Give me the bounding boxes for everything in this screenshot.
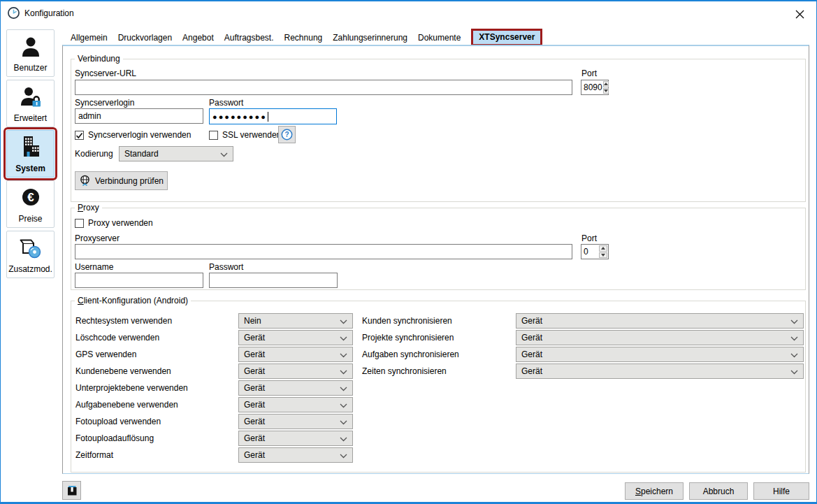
kundenebene-label: Kundenebene verwenden	[75, 366, 171, 376]
svg-text:?: ?	[284, 131, 289, 138]
verbindung-pruefen-button[interactable]: Verbindung prüfen	[75, 171, 168, 190]
proxyserver-label: Proxyserver	[75, 233, 120, 243]
chevron-down-icon	[220, 152, 228, 157]
port-spin-up[interactable]	[603, 81, 609, 87]
aufgabenebene-label: Aufgabenebene verwenden	[75, 400, 178, 410]
chevron-down-icon	[340, 353, 347, 358]
person-icon	[7, 33, 54, 61]
ssl-help-button[interactable]: ?	[278, 126, 296, 143]
tab-rechnung[interactable]: Rechnung	[284, 33, 323, 43]
syncserverlogin-input[interactable]	[75, 108, 203, 124]
tab-druckvorlagen[interactable]: Druckvorlagen	[118, 33, 172, 43]
zeiten-sync-label: Zeiten synchronisieren	[362, 366, 447, 376]
chevron-down-icon	[340, 319, 347, 324]
question-circle-icon: ?	[281, 129, 293, 141]
kunden-sync-select[interactable]: Gerät	[516, 313, 804, 329]
syncserverlogin-verwenden-checkbox[interactable]: Syncserverlogin verwenden	[75, 129, 191, 141]
fotouploadaufloesung-select[interactable]: Gerät	[238, 431, 353, 446]
tab-allgemein[interactable]: Allgemein	[71, 33, 108, 43]
clock-app-icon	[7, 6, 20, 22]
zeitformat-select[interactable]: Gerät	[238, 447, 353, 463]
chevron-down-icon	[340, 403, 347, 408]
sidebar-item-benutzer[interactable]: Benutzer	[6, 29, 55, 77]
abbruch-button[interactable]: Abbruch	[689, 482, 748, 500]
konfiguration-window: Konfiguration Benutzer Erweiter	[0, 0, 817, 504]
sidebar-item-preise[interactable]: € Preise	[6, 180, 55, 228]
window-title: Konfiguration	[24, 8, 74, 18]
euro-circle-icon: €	[7, 184, 54, 212]
tab-dokumente[interactable]: Dokumente	[418, 33, 461, 43]
proxy-group: Proxy Proxy verwenden Proxyserver Port 0…	[71, 208, 806, 290]
building-icon	[7, 134, 54, 161]
chevron-down-icon	[790, 353, 798, 358]
chevron-down-icon	[340, 370, 347, 375]
proxy-port-spinner[interactable]: 0	[581, 244, 609, 259]
syncserver-url-input[interactable]	[75, 80, 572, 95]
close-button[interactable]	[788, 5, 811, 23]
tab-strip: Allgemein Druckvorlagen Angebot Auftrags…	[71, 28, 542, 47]
save-icon-button[interactable]	[62, 481, 81, 500]
speichern-button[interactable]: Speichern	[625, 482, 684, 500]
rechtesystem-select[interactable]: Nein	[238, 313, 353, 329]
tab-xtsyncserver[interactable]: XTSyncserver	[471, 29, 542, 46]
kodierung-select[interactable]: Standard	[119, 146, 233, 161]
proxy-legend: Proxy	[75, 203, 102, 213]
checkbox-checked	[75, 131, 84, 140]
proxy-passwort-input[interactable]	[209, 273, 338, 288]
box-cd-icon	[7, 234, 54, 262]
chevron-down-icon	[340, 454, 347, 459]
loeschcode-label: Löschcode verwenden	[75, 333, 159, 343]
title-bar: Konfiguration	[1, 1, 816, 27]
fotoupload-select[interactable]: Gerät	[238, 414, 353, 429]
chevron-down-icon	[340, 387, 347, 391]
passwort-masked-value: ●●●●●●●●●	[212, 113, 267, 121]
client-konfiguration-legend: Client-Konfiguration (Android)	[75, 296, 191, 305]
chevron-down-icon	[790, 319, 798, 324]
port-spinner[interactable]: 8090	[581, 80, 609, 95]
proxy-port-spin-up[interactable]	[599, 245, 607, 252]
syncserver-url-label: Syncserver-URL	[75, 69, 136, 78]
proxy-passwort-label: Passwort	[209, 262, 243, 272]
port-value: 8090	[581, 80, 602, 94]
sidebar-item-erweitert[interactable]: Erweitert	[6, 80, 55, 127]
unterprojektebene-select[interactable]: Gerät	[238, 380, 353, 396]
hilfe-button[interactable]: Hilfe	[753, 482, 809, 500]
person-lock-icon	[7, 83, 54, 111]
tab-zahlungserinnerung[interactable]: Zahlungserinnerung	[333, 33, 407, 43]
passwort-input[interactable]: ●●●●●●●●●	[209, 108, 337, 124]
proxyserver-input[interactable]	[75, 244, 572, 259]
zeiten-sync-select[interactable]: Gerät	[516, 363, 804, 379]
tab-auftragsbest[interactable]: Auftragsbest.	[224, 33, 274, 43]
proxy-verwenden-checkbox[interactable]: Proxy verwenden	[75, 217, 153, 229]
zeitformat-label: Zeitformat	[75, 450, 113, 460]
proxy-port-label: Port	[581, 233, 597, 243]
client-konfiguration-group: Client-Konfiguration (Android) Rechtesys…	[71, 301, 806, 473]
chevron-down-icon	[340, 420, 347, 425]
passwort-label: Passwort	[209, 98, 243, 108]
sidebar-item-system[interactable]: System	[6, 130, 55, 178]
proxy-port-value: 0	[581, 245, 598, 259]
loeschcode-select[interactable]: Gerät	[238, 330, 353, 345]
kunden-sync-label: Kunden synchronisieren	[362, 316, 452, 326]
text-caret	[268, 112, 269, 122]
aufgabenebene-select[interactable]: Gerät	[238, 397, 353, 412]
gps-select[interactable]: Gerät	[238, 347, 353, 362]
chevron-down-icon	[790, 370, 798, 375]
check-icon	[75, 131, 83, 139]
port-spin-down[interactable]	[603, 88, 609, 94]
fotoupload-label: Fotoupload verwenden	[75, 417, 161, 426]
ssl-verwenden-checkbox[interactable]: SSL verwenden	[209, 129, 281, 141]
chevron-down-icon	[340, 437, 347, 442]
proxy-port-spin-down[interactable]	[599, 252, 607, 259]
projekte-sync-label: Projekte synchronisieren	[362, 333, 454, 343]
kodierung-label: Kodierung	[75, 149, 113, 159]
projekte-sync-select[interactable]: Gerät	[516, 330, 804, 345]
tab-angebot[interactable]: Angebot	[182, 33, 214, 43]
proxy-username-input[interactable]	[75, 273, 203, 288]
verbindung-legend: Verbindung	[75, 54, 123, 64]
kundenebene-select[interactable]: Gerät	[238, 363, 353, 379]
tab-page-xtsyncserver: Verbindung Syncserver-URL Port 8090 Sync…	[62, 45, 809, 474]
aufgaben-sync-select[interactable]: Gerät	[516, 347, 804, 362]
floppy-icon	[66, 484, 78, 497]
sidebar-item-zusatzmod[interactable]: Zusatzmod.	[6, 231, 55, 278]
